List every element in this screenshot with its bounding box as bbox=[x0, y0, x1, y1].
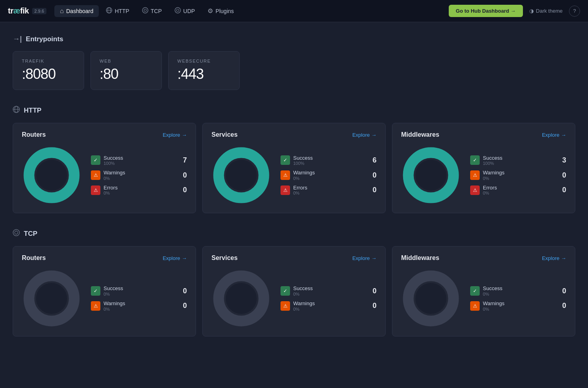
success-label: Success bbox=[104, 155, 176, 161]
success-pct: 100% bbox=[104, 161, 176, 166]
warning-icon: ⚠ bbox=[281, 170, 290, 180]
nav-tcp-label: TCP bbox=[151, 8, 162, 14]
tcp-icon bbox=[142, 7, 148, 15]
http-middlewares-warning-item: ⚠ Warnings 0% 0 bbox=[470, 170, 566, 181]
entrypoints-title: Entrypoints bbox=[26, 35, 63, 43]
error-icon: ⚠ bbox=[91, 185, 100, 195]
http-icon bbox=[106, 7, 112, 15]
svg-point-6 bbox=[177, 9, 179, 11]
nav-http[interactable]: HTTP bbox=[100, 5, 135, 17]
tcp-middlewares-explore[interactable]: Explore → bbox=[542, 255, 566, 261]
warning-label: Warnings bbox=[104, 300, 176, 307]
arrow-right-icon: → bbox=[561, 132, 566, 138]
entrypoint-websecure: WEBSECURE :443 bbox=[168, 51, 240, 90]
tcp-section-icon bbox=[13, 229, 20, 238]
logo-text: træfik bbox=[8, 6, 29, 15]
tcp-routers-success-item: ✓ Success 0% 0 bbox=[91, 285, 187, 296]
warning-count: 0 bbox=[558, 171, 566, 180]
nav-http-label: HTTP bbox=[115, 8, 129, 14]
success-pct: 0% bbox=[293, 292, 365, 296]
warning-label: Warnings bbox=[483, 300, 555, 307]
http-routers-success-item: ✓ Success 100% 7 bbox=[91, 155, 187, 166]
http-routers-legend: ✓ Success 100% 7 ⚠ Warnings 0% bbox=[91, 155, 187, 196]
tcp-services-legend: ✓ Success 0% 0 ⚠ Warnings 0% bbox=[281, 285, 377, 311]
tcp-services-explore[interactable]: Explore → bbox=[352, 255, 377, 261]
warning-count: 0 bbox=[179, 171, 187, 180]
arrow-right-icon: → bbox=[371, 132, 377, 138]
error-count: 0 bbox=[179, 186, 187, 194]
entrypoint-web: WEB :80 bbox=[90, 51, 162, 90]
nav-dashboard[interactable]: ⌂ Dashboard bbox=[54, 5, 99, 17]
tcp-middlewares-title: Middlewares bbox=[401, 254, 439, 262]
http-middlewares-card: Middlewares Explore → bbox=[392, 123, 575, 213]
http-section-header: HTTP bbox=[13, 106, 575, 115]
svg-point-17 bbox=[15, 231, 18, 234]
http-services-card: Services Explore → ✓ bbox=[202, 123, 386, 213]
brand: træfik 2.9.6 bbox=[8, 6, 46, 15]
error-pct: 0% bbox=[104, 191, 176, 195]
success-icon: ✓ bbox=[91, 155, 100, 165]
svg-point-5 bbox=[175, 8, 181, 13]
warning-pct: 0% bbox=[483, 176, 555, 181]
warning-count: 0 bbox=[179, 302, 187, 310]
tcp-routers-explore[interactable]: Explore → bbox=[163, 255, 187, 261]
error-label: Errors bbox=[293, 185, 365, 191]
svg-point-11 bbox=[36, 160, 67, 191]
error-label: Errors bbox=[483, 185, 555, 191]
nav-plugins[interactable]: ⚙ Plugins bbox=[202, 5, 239, 17]
success-label: Success bbox=[104, 285, 176, 292]
entrypoint-web-label: WEB bbox=[100, 59, 150, 63]
success-count: 3 bbox=[558, 156, 566, 164]
tcp-middlewares-warning-item: ⚠ Warnings 0% 0 bbox=[470, 300, 566, 312]
success-count: 6 bbox=[369, 156, 377, 164]
http-middlewares-explore[interactable]: Explore → bbox=[542, 132, 566, 138]
entrypoints-icon: →| bbox=[13, 35, 22, 43]
nav-tcp[interactable]: TCP bbox=[136, 5, 167, 17]
svg-point-15 bbox=[415, 160, 446, 191]
warning-pct: 0% bbox=[293, 307, 365, 312]
nav-udp[interactable]: UDP bbox=[169, 5, 201, 17]
success-count: 0 bbox=[179, 287, 187, 295]
tcp-cards-grid: Routers Explore → ✓ bbox=[13, 246, 575, 336]
tcp-middlewares-card: Middlewares Explore → bbox=[392, 246, 575, 336]
tcp-routers-card: Routers Explore → ✓ bbox=[13, 246, 196, 336]
arrow-right-icon: → bbox=[561, 255, 566, 261]
nav-udp-label: UDP bbox=[183, 8, 195, 14]
entrypoint-web-value: :80 bbox=[100, 66, 150, 82]
tcp-services-card: Services Explore → ✓ bbox=[202, 246, 386, 336]
tcp-section-header: TCP bbox=[13, 229, 575, 238]
warning-count: 0 bbox=[369, 302, 377, 310]
theme-icon: ◑ bbox=[529, 8, 534, 14]
http-routers-explore[interactable]: Explore → bbox=[163, 132, 187, 138]
http-section-title: HTTP bbox=[24, 107, 41, 115]
error-pct: 0% bbox=[483, 191, 555, 195]
success-icon: ✓ bbox=[281, 155, 290, 165]
warning-label: Warnings bbox=[483, 170, 555, 176]
hub-dashboard-button[interactable]: Go to Hub Dashboard → bbox=[449, 5, 523, 17]
nav-plugins-label: Plugins bbox=[215, 8, 234, 14]
http-services-success-item: ✓ Success 100% 6 bbox=[281, 155, 377, 166]
tcp-services-title: Services bbox=[211, 254, 238, 262]
warning-pct: 0% bbox=[293, 176, 365, 181]
help-button[interactable]: ? bbox=[569, 6, 580, 17]
tcp-routers-warning-item: ⚠ Warnings 0% 0 bbox=[91, 300, 187, 312]
entrypoint-traefik: TRAEFIK :8080 bbox=[13, 51, 84, 90]
http-middlewares-explore-label: Explore bbox=[542, 132, 559, 138]
http-routers-error-item: ⚠ Errors 0% 0 bbox=[91, 185, 187, 196]
http-middlewares-legend: ✓ Success 100% 3 ⚠ Warnings 0% bbox=[470, 155, 566, 196]
http-middlewares-title: Middlewares bbox=[401, 131, 439, 138]
warning-icon: ⚠ bbox=[470, 170, 480, 180]
svg-point-19 bbox=[36, 283, 67, 314]
success-label: Success bbox=[293, 285, 365, 292]
version-badge: 2.9.6 bbox=[32, 8, 46, 14]
error-count: 0 bbox=[558, 186, 566, 194]
theme-toggle[interactable]: ◑ Dark theme bbox=[525, 6, 567, 16]
success-pct: 0% bbox=[104, 292, 176, 296]
success-label: Success bbox=[483, 155, 555, 161]
http-services-explore[interactable]: Explore → bbox=[352, 132, 377, 138]
tcp-middlewares-donut bbox=[401, 269, 461, 328]
error-icon: ⚠ bbox=[470, 185, 480, 195]
warning-label: Warnings bbox=[293, 170, 365, 176]
entrypoints-grid: TRAEFIK :8080 WEB :80 WEBSECURE :443 bbox=[13, 51, 575, 90]
http-cards-grid: Routers Explore → bbox=[13, 123, 575, 213]
